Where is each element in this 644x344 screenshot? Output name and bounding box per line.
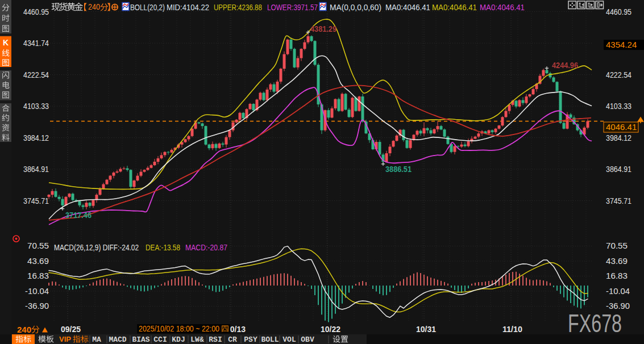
svg-text:4381.29: 4381.29: [310, 24, 336, 33]
svg-text:70.55: 70.55: [606, 241, 628, 250]
svg-text:11/10: 11/10: [502, 324, 522, 334]
svg-text:4103.33: 4103.33: [23, 101, 49, 111]
svg-text:K: K: [3, 38, 9, 47]
svg-text:FX678: FX678: [568, 309, 622, 337]
svg-text:BOLL: BOLL: [261, 335, 279, 344]
svg-text:43.69: 43.69: [27, 256, 49, 266]
svg-text:BIAS: BIAS: [132, 335, 149, 344]
svg-text:CCI: CCI: [153, 335, 167, 344]
svg-text:4222.54: 4222.54: [23, 70, 49, 79]
svg-text:LOWER:3971.57: LOWER:3971.57: [267, 2, 318, 12]
svg-text:MACD:-20.87: MACD:-20.87: [185, 242, 227, 252]
svg-text:10/31: 10/31: [416, 324, 436, 334]
svg-text:16.83: 16.83: [27, 271, 49, 280]
svg-text:UPPER:4236.88: UPPER:4236.88: [214, 2, 262, 12]
svg-text:3745.71: 3745.71: [606, 196, 631, 205]
svg-text:43.69: 43.69: [606, 256, 628, 266]
svg-text:4103.33: 4103.33: [606, 101, 631, 111]
svg-text:70.55: 70.55: [27, 241, 49, 250]
svg-text:4046.41: 4046.41: [606, 122, 637, 132]
svg-text:MA: MA: [92, 335, 101, 344]
svg-text:4460.95: 4460.95: [606, 7, 631, 16]
svg-text:LW&: LW&: [190, 335, 204, 344]
svg-text:4244.96: 4244.96: [552, 60, 578, 70]
svg-text:VIP: VIP: [59, 335, 71, 343]
svg-text:3864.91: 3864.91: [23, 164, 49, 174]
svg-text:-10.04: -10.04: [606, 286, 630, 296]
svg-text:RSI: RSI: [209, 335, 222, 344]
svg-text:240: 240: [88, 2, 100, 11]
svg-text:MA(0,0,0,0,60): MA(0,0,0,0,60): [330, 2, 381, 12]
svg-text:MA0:4046.41: MA0:4046.41: [432, 2, 477, 12]
svg-text:BOLL(20,2): BOLL(20,2): [130, 2, 165, 12]
svg-text:4222.54: 4222.54: [606, 70, 631, 79]
svg-text:3864.91: 3864.91: [606, 164, 631, 174]
svg-text:MACD: MACD: [109, 335, 126, 344]
svg-text:4341.74: 4341.74: [23, 38, 49, 48]
svg-text:4460.95: 4460.95: [23, 7, 49, 16]
svg-text:3984.12: 3984.12: [606, 133, 631, 142]
svg-text:MID:4104.22: MID:4104.22: [167, 2, 209, 12]
svg-text:MA0:4046.41: MA0:4046.41: [385, 2, 430, 12]
svg-text:3745.71: 3745.71: [23, 196, 49, 205]
svg-text:3717.46: 3717.46: [65, 210, 92, 220]
svg-text:2025/10/02 18:00 ~ 22:00: 2025/10/02 18:00 ~ 22:00: [139, 324, 219, 333]
svg-text:3886.51: 3886.51: [385, 164, 412, 174]
svg-text:VOL: VOL: [282, 335, 296, 344]
svg-text:240: 240: [17, 325, 31, 334]
svg-text:PSY: PSY: [244, 335, 257, 344]
svg-text:10/22: 10/22: [321, 324, 340, 334]
svg-text:MA0:4046.41: MA0:4046.41: [480, 2, 525, 12]
svg-text:DEA:-13.58: DEA:-13.58: [146, 242, 180, 252]
svg-text:CR: CR: [228, 335, 237, 344]
svg-text:3984.12: 3984.12: [23, 133, 49, 142]
svg-text:MACD(26,12,9) DIFF:-24.02: MACD(26,12,9) DIFF:-24.02: [54, 242, 139, 252]
svg-text:16.83: 16.83: [606, 271, 628, 280]
svg-text:4354.24: 4354.24: [606, 40, 637, 49]
svg-text:-36.90: -36.90: [25, 301, 49, 311]
svg-text:OBV: OBV: [301, 335, 314, 344]
svg-text:KDJ: KDJ: [172, 335, 185, 344]
svg-text:09/25: 09/25: [61, 324, 81, 334]
svg-text:-10.04: -10.04: [25, 286, 49, 296]
